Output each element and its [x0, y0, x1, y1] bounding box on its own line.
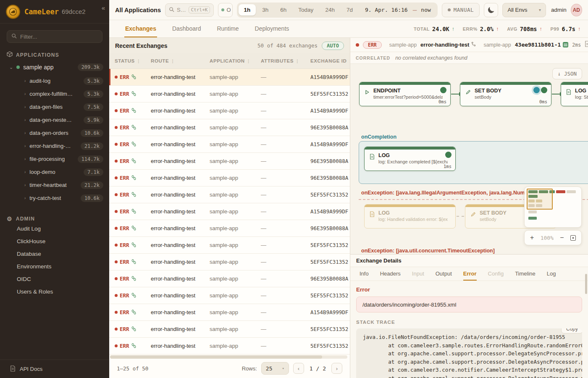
copy-button[interactable]: Copy — [561, 328, 582, 333]
sidebar-route-item[interactable]: › audit-log 5.3k — [0, 74, 109, 87]
column-header[interactable]: EXCHANGE ID⋮ — [305, 58, 350, 63]
node-log[interactable]: LOG log: Sta — [561, 82, 588, 106]
scrollbar-thumb[interactable] — [110, 355, 322, 359]
details-tab[interactable]: Error — [463, 267, 477, 281]
next-page-button[interactable]: › — [331, 363, 342, 374]
chevron-right-icon[interactable]: › — [24, 196, 26, 200]
node-completion-log[interactable]: LOG log: Exchange completed [${exchan 1m… — [364, 147, 456, 171]
chevron-right-icon[interactable]: › — [24, 183, 26, 187]
environment-selector[interactable]: All Envs ▾ — [502, 3, 546, 17]
sidebar-admin-item[interactable]: Users & Roles — [0, 285, 109, 298]
nav-tab[interactable]: Deployments — [254, 20, 290, 37]
table-row[interactable]: ERR error-handling-test sample-app — 5EF… — [109, 338, 350, 354]
minimap-viewport[interactable] — [527, 189, 553, 210]
nav-tab[interactable]: Exchanges — [124, 20, 157, 37]
sidebar-route-item[interactable]: › data-gen-files 7.5k — [0, 100, 109, 113]
chevron-right-icon[interactable]: › — [24, 105, 26, 109]
sidebar-admin-item[interactable]: Environments — [0, 260, 109, 273]
chevron-right-icon[interactable]: › — [24, 79, 26, 83]
details-tab[interactable]: Timeline — [515, 267, 536, 281]
sort-icon[interactable]: ⋮ — [295, 59, 300, 63]
sidebar-route-item[interactable]: › loop-demo 7.1k — [0, 165, 109, 178]
table-row[interactable]: ERR error-handling-test sample-app — A15… — [109, 69, 350, 86]
table-row[interactable]: ERR error-handling-test sample-app — A15… — [109, 136, 350, 153]
rows-per-page-select[interactable]: 25 ▾ — [261, 362, 289, 375]
time-range-option[interactable]: 1h — [239, 4, 256, 16]
chevron-right-icon[interactable]: › — [24, 118, 26, 122]
time-range-option[interactable]: 3h — [257, 4, 274, 16]
route-diagram-canvas[interactable]: ↓ JSON ENDPOINT timer:errorTest?period=5… — [350, 64, 588, 254]
time-range-option[interactable]: 24h — [320, 4, 340, 16]
nav-tab[interactable]: Dashboard — [171, 20, 202, 37]
sidebar-route-item[interactable]: › timer-heartbeat 21.2k — [0, 178, 109, 192]
chevron-right-icon[interactable]: › — [24, 144, 26, 148]
dark-mode-toggle[interactable] — [484, 3, 499, 17]
diagram-minimap[interactable] — [524, 186, 582, 228]
sort-icon[interactable]: ⋮ — [247, 59, 251, 63]
sidebar-admin-item[interactable]: OIDC — [0, 273, 109, 285]
time-range-option[interactable]: 6h — [275, 4, 292, 16]
detail-route-name[interactable]: error-handling-test — [420, 42, 476, 48]
sidebar-route-item[interactable]: › file-processing 114.7k — [0, 152, 109, 165]
details-tab[interactable]: Output — [436, 267, 452, 281]
fit-view-button[interactable] — [570, 235, 576, 241]
sidebar-collapse-icon[interactable]: « — [102, 4, 105, 11]
time-range-start[interactable]: 9. Apr. 16:16 — [359, 7, 410, 13]
table-row[interactable]: ERR error-handling-test sample-app — 5EF… — [109, 287, 350, 304]
table-row[interactable]: ERR error-handling-test sample-app — 5EF… — [109, 254, 350, 270]
manual-refresh-button[interactable]: MANUAL — [442, 3, 480, 17]
table-row[interactable]: ERR error-handling-test sample-app — 5EF… — [109, 237, 350, 254]
column-header[interactable]: STATUS⋮ — [109, 58, 145, 63]
sidebar-admin-item[interactable]: ClickHouse — [0, 235, 109, 247]
details-tab[interactable]: Config — [488, 267, 504, 281]
chevron-right-icon[interactable]: › — [24, 170, 26, 174]
zoom-in-button[interactable]: + — [530, 234, 534, 242]
online-status-button[interactable]: O — [218, 3, 232, 17]
sort-icon[interactable]: ⋮ — [136, 59, 141, 63]
horizontal-scrollbar[interactable] — [110, 355, 347, 359]
details-tab[interactable]: Input — [412, 267, 424, 281]
sort-icon[interactable]: ⋮ — [171, 59, 175, 63]
table-row[interactable]: ERR error-handling-test sample-app — 5EF… — [109, 186, 350, 203]
sidebar-item-sample-app[interactable]: ⌄ sample app 209.3k — [0, 60, 109, 74]
detail-exchange-id[interactable]: 43ee9811b801-1 — [515, 42, 569, 48]
table-row[interactable]: ERR error-handling-test sample-app — 96E… — [109, 220, 350, 237]
details-tab[interactable]: Log — [547, 267, 556, 281]
time-range-option[interactable]: 7d — [341, 4, 358, 16]
table-row[interactable]: ERR error-handling-test sample-app — 96E… — [109, 270, 350, 287]
chevron-right-icon[interactable]: › — [24, 131, 26, 135]
table-row[interactable]: ERR error-handling-test sample-app — 96E… — [109, 170, 350, 186]
chevron-down-icon[interactable]: ⌄ — [9, 65, 13, 70]
sort-icon[interactable]: ⋮ — [348, 59, 350, 63]
time-range-option[interactable]: Today — [293, 4, 319, 16]
details-tab[interactable]: Headers — [380, 267, 401, 281]
node-exception-log[interactable]: LOG log: Handled validation error: ${exc… — [364, 204, 456, 228]
column-header[interactable]: ATTRIBUTES⋮ — [255, 58, 305, 63]
sidebar-filter-input[interactable]: Filter... — [7, 30, 102, 43]
sidebar-admin-item[interactable]: Audit Log — [0, 222, 109, 235]
sidebar-route-item[interactable]: › try-catch-test 10.6k — [0, 192, 109, 205]
download-json-button[interactable]: ↓ JSON — [552, 68, 582, 79]
chevron-right-icon[interactable]: › — [24, 157, 26, 161]
document-icon[interactable] — [585, 41, 588, 49]
avatar[interactable]: AD — [571, 4, 582, 16]
table-row[interactable]: ERR error-handling-test sample-app — 96E… — [109, 153, 350, 170]
table-row[interactable]: ERR error-handling-test sample-app — 5EF… — [109, 321, 350, 338]
node-set-body[interactable]: SET BODY setBody 0ms — [460, 82, 551, 106]
chevron-right-icon[interactable]: › — [24, 92, 26, 96]
sidebar-item-api-docs[interactable]: API Docs — [0, 360, 109, 378]
auto-refresh-badge[interactable]: AUTO — [322, 42, 344, 50]
table-row[interactable]: ERR error-handling-test sample-app — A15… — [109, 102, 350, 119]
table-row[interactable]: ERR error-handling-test sample-app — 96E… — [109, 119, 350, 136]
sidebar-admin-item[interactable]: Database — [0, 247, 109, 260]
column-header[interactable]: ROUTE⋮ — [145, 58, 204, 63]
vertical-scrollbar[interactable] — [585, 274, 587, 294]
sidebar-route-item[interactable]: › data-gen-orders 10.6k — [0, 126, 109, 139]
sidebar-route-item[interactable]: › error-handling-… 21.2k — [0, 139, 109, 152]
global-search-input[interactable]: S… Ctrl+K — [165, 3, 214, 17]
nav-tab[interactable]: Runtime — [216, 20, 239, 37]
table-row[interactable]: ERR error-handling-test sample-app — A15… — [109, 304, 350, 321]
time-range-end[interactable]: now — [419, 7, 436, 13]
column-header[interactable]: APPLICATION⋮ — [204, 58, 255, 63]
table-row[interactable]: ERR error-handling-test sample-app — A15… — [109, 203, 350, 220]
